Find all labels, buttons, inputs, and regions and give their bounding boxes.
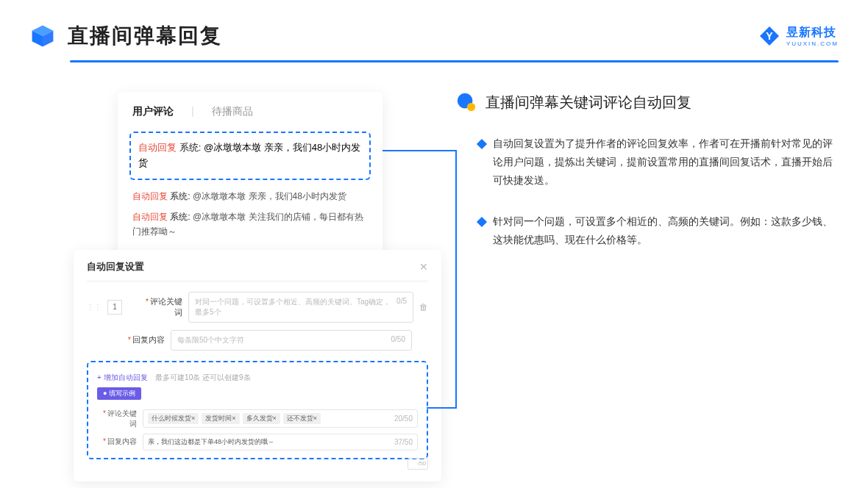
section-header: 直播间弹幕关键词评论自动回复: [456, 92, 839, 112]
brand-icon: Y: [758, 25, 780, 47]
auto-reply-label: 自动回复: [138, 142, 177, 153]
form-row-content: *回复内容 每条限50个中文字符 0/50: [87, 330, 428, 351]
diamond-icon: [477, 139, 487, 149]
sample-content-label: *回复内容: [97, 437, 137, 447]
auto-reply-label: 自动回复: [132, 191, 168, 201]
system-label: 系统:: [179, 142, 202, 153]
tag[interactable]: 发货时间×: [202, 413, 239, 424]
sample-keyword-box: 什么时候发货× 发货时间× 多久发货× 还不发货× 20/50: [143, 409, 418, 428]
left-column: 用户评论 | 待播商品 自动回复 系统: @冰墩墩本墩 亲亲，我们48小时内发货…: [74, 92, 427, 481]
comment-row: 自动回复 系统: @冰墩墩本墩 亲亲，我们48小时内发货: [118, 186, 383, 207]
bullet-text: 自动回复设置为了提升作者的评论回复效率，作者可在开播前针对常见的评论用户问题，提…: [493, 134, 839, 190]
keyword-input[interactable]: 对同一个问题，可设置多个相近、高频的关键词。Tag确定，最多5个 0/5: [188, 292, 413, 323]
svg-text:Y: Y: [766, 30, 773, 42]
header: 直播间弹幕回复 Y 昱新科技 YUUXIN.COM: [0, 0, 868, 50]
example-box: + 增加自动回复 最多可建10条 还可以创建9条 ● 填写示例 *评论关键词 什…: [87, 361, 428, 459]
brand-text: 昱新科技: [786, 26, 836, 38]
bullet-list: 自动回复设置为了提升作者的评论回复效率，作者可在开播前针对常见的评论用户问题，提…: [456, 134, 839, 249]
add-row: + 增加自动回复 最多可建10条 还可以创建9条: [97, 370, 418, 383]
tag[interactable]: 多久发货×: [243, 413, 280, 424]
diamond-icon: [477, 216, 487, 226]
sample-keyword-label: *评论关键词: [97, 409, 137, 429]
comments-card: 用户评论 | 待播商品 自动回复 系统: @冰墩墩本墩 亲亲，我们48小时内发货…: [118, 92, 383, 265]
content-label: *回复内容: [124, 334, 165, 345]
keyword-label: *评论关键词: [141, 296, 182, 318]
page-title: 直播间弹幕回复: [68, 22, 222, 50]
header-left: 直播间弹幕回复: [29, 22, 222, 50]
highlighted-comment: 自动回复 系统: @冰墩墩本墩 亲亲，我们48小时内发货: [129, 132, 371, 180]
auto-reply-label: 自动回复: [132, 212, 168, 222]
row-number: 1: [107, 300, 122, 315]
tiny-box: /50: [408, 458, 428, 470]
close-icon[interactable]: ✕: [419, 261, 428, 273]
comment-text: @冰墩墩本墩 亲亲，我们48小时内发货: [193, 191, 346, 201]
comment-row: 自动回复 系统: @冰墩墩本墩 关注我们的店铺，每日都有热门推荐呦～: [118, 207, 383, 243]
cube-icon: [29, 23, 56, 49]
add-hint: 最多可建10条 还可以创建9条: [155, 373, 250, 381]
sample-keyword-row: *评论关键词 什么时候发货× 发货时间× 多久发货× 还不发货× 20/50: [97, 409, 418, 429]
section-title: 直播间弹幕关键词评论自动回复: [485, 93, 691, 112]
add-auto-reply-link[interactable]: + 增加自动回复: [97, 373, 148, 381]
settings-header: 自动回复设置 ✕: [87, 260, 428, 281]
form-row-keyword: ⋮⋮ 1 *评论关键词 对同一个问题，可设置多个相近、高频的关键词。Tag确定，…: [87, 292, 428, 323]
tag[interactable]: 什么时候发货×: [148, 413, 199, 424]
bullet-item: 针对同一个问题，可设置多个相近的、高频的关键词。例如：这款多少钱、这块能优惠吗、…: [478, 212, 839, 249]
svg-point-6: [467, 103, 475, 111]
sample-content-box: 亲，我们这边都是下单48小时内发货的哦～ 37/50: [143, 434, 418, 451]
brand-logo: Y 昱新科技 YUUXIN.COM: [758, 25, 839, 47]
settings-title: 自动回复设置: [87, 260, 144, 273]
brand-subtext: YUUXIN.COM: [786, 40, 839, 47]
tab-divider: |: [191, 105, 194, 118]
bubble-icon: [456, 92, 477, 112]
content-input[interactable]: 每条限50个中文字符 0/50: [171, 330, 412, 351]
system-label: 系统:: [170, 212, 190, 222]
tabs: 用户评论 | 待播商品: [118, 105, 383, 126]
tab-comments[interactable]: 用户评论: [132, 105, 174, 118]
right-column: 直播间弹幕关键词评论自动回复 自动回复设置为了提升作者的评论回复效率，作者可在开…: [456, 92, 839, 481]
example-badge: ● 填写示例: [97, 387, 141, 400]
bullet-text: 针对同一个问题，可设置多个相近的、高频的关键词。例如：这款多少钱、这块能优惠吗、…: [493, 212, 839, 249]
settings-card: 自动回复设置 ✕ ⋮⋮ 1 *评论关键词 对同一个问题，可设置多个相近、高频的关…: [74, 250, 441, 481]
system-label: 系统:: [170, 191, 190, 201]
tab-products[interactable]: 待播商品: [212, 105, 253, 118]
comment-text: @冰墩墩本墩 关注我们的店铺，每日都有热门推荐呦～: [132, 212, 363, 237]
tiny-inputs: /50: [408, 458, 428, 470]
sample-content-row: *回复内容 亲，我们这边都是下单48小时内发货的哦～ 37/50: [97, 434, 418, 451]
bullet-item: 自动回复设置为了提升作者的评论回复效率，作者可在开播前针对常见的评论用户问题，提…: [478, 134, 839, 190]
drag-icon[interactable]: ⋮⋮: [87, 303, 102, 311]
delete-icon[interactable]: 🗑: [419, 302, 428, 312]
tag[interactable]: 还不发货×: [283, 413, 321, 424]
